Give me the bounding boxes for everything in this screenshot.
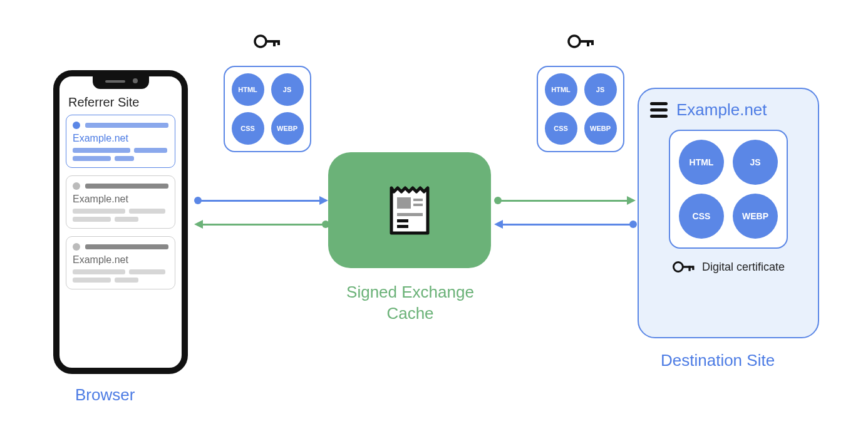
card-site-label: Example.net [73,133,168,144]
svg-rect-15 [682,266,693,268]
referrer-site-title: Referrer Site [68,95,175,110]
svg-rect-8 [397,197,411,209]
svg-point-0 [255,36,266,47]
bundle-item: JS [271,73,304,106]
browser-label: Browser [75,385,135,405]
destination-site-box: Example.net HTML JS CSS WEBP Digital cer… [638,88,819,338]
bundle-item: HTML [232,73,264,106]
svg-rect-5 [579,40,593,43]
svg-rect-10 [413,204,423,206]
bundle-item: WEBP [584,112,617,145]
svg-rect-16 [688,266,690,271]
svg-rect-13 [397,225,408,228]
card-title-bar [85,123,168,128]
card-title-bar [85,184,168,189]
svg-rect-1 [266,40,279,43]
svg-rect-7 [591,40,594,45]
card-dot-icon [73,243,80,251]
resource-bundle: HTML JS CSS WEBP [669,130,788,249]
svg-point-4 [569,36,580,47]
result-card-active: Example.net [66,115,175,168]
result-card: Example.net [66,236,175,289]
result-card: Example.net [66,175,175,229]
card-dot-icon [73,122,80,129]
key-icon [672,260,696,274]
svg-rect-9 [413,199,423,201]
digital-certificate-label: Digital certificate [702,261,785,274]
destination-title: Example.net [676,100,767,120]
cache-label: Signed Exchange Cache [332,282,488,325]
svg-rect-3 [277,40,280,45]
card-title-bar [85,244,168,249]
svg-rect-11 [397,213,423,216]
destination-label: Destination Site [661,351,775,370]
bundle-item: JS [584,73,617,106]
svg-point-14 [673,262,683,272]
key-icon [253,33,282,49]
card-site-label: Example.net [73,194,168,205]
resource-bundle: HTML JS CSS WEBP [537,66,624,152]
phone-screen: Referrer Site Example.net Example.net [59,76,182,302]
bundle-item: CSS [545,112,577,145]
bundle-item: CSS [679,194,724,239]
bundle-item: WEBP [271,112,304,145]
svg-rect-17 [692,266,694,270]
svg-rect-12 [397,219,408,222]
bundle-item: JS [733,140,778,185]
resource-bundle: HTML JS CSS WEBP [224,66,311,152]
key-icon [567,33,596,49]
browser-device: Referrer Site Example.net Example.net [53,70,188,374]
svg-rect-6 [587,40,589,46]
bundle-item: HTML [679,140,724,185]
bundle-item: HTML [545,73,577,106]
svg-rect-2 [273,40,276,46]
phone-notch [93,75,149,89]
bundle-item: WEBP [733,194,778,239]
card-site-label: Example.net [73,254,168,266]
card-dot-icon [73,182,80,190]
bundle-item: CSS [232,112,264,145]
receipt-icon [385,183,434,238]
signed-exchange-cache [328,152,491,268]
hamburger-icon [650,102,668,118]
